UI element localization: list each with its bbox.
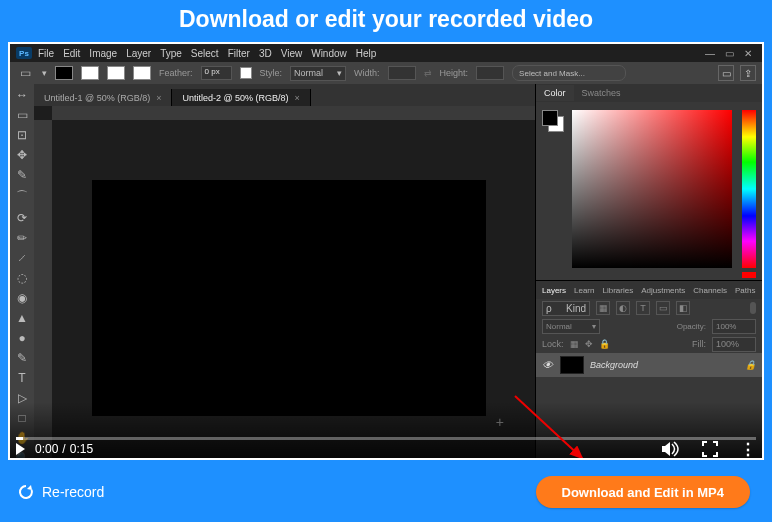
page-title: Download or edit your recorded video	[0, 0, 772, 33]
recorder-stage: Ps FileEditImageLayerTypeSelectFilter3DV…	[8, 42, 764, 460]
fill-label: Fill:	[692, 339, 706, 349]
tool-5[interactable]: ⌒	[13, 188, 31, 205]
menu-3d[interactable]: 3D	[259, 48, 272, 59]
share-icon[interactable]: ⇪	[740, 65, 756, 81]
lock-position-icon[interactable]: ✥	[585, 339, 593, 349]
menu-type[interactable]: Type	[160, 48, 182, 59]
canvas[interactable]: +	[92, 180, 486, 416]
fg-bg-swatch-icon[interactable]	[542, 110, 564, 132]
feather-label: Feather:	[159, 68, 193, 78]
volume-icon[interactable]	[662, 441, 680, 457]
width-label: Width:	[354, 68, 380, 78]
panel-tab-libraries[interactable]: Libraries	[602, 286, 633, 295]
tool-7[interactable]: ✏	[13, 231, 31, 245]
tool-6[interactable]: ⟳	[13, 211, 31, 225]
panel-tab-color[interactable]: Color	[536, 85, 574, 101]
lock-all-icon[interactable]: 🔒	[599, 339, 610, 349]
close-tab-icon[interactable]: ×	[156, 93, 161, 103]
ruler-horizontal	[52, 106, 536, 120]
color-panel	[536, 102, 762, 281]
tool-3[interactable]: ✥	[13, 148, 31, 162]
play-button[interactable]	[16, 443, 25, 455]
more-icon[interactable]: ⋮	[740, 440, 756, 459]
tool-10[interactable]: ◉	[13, 291, 31, 305]
layer-name: Background	[590, 360, 638, 370]
time-duration: 0:15	[70, 442, 93, 456]
restore-button[interactable]: ▭	[725, 48, 734, 59]
tool-9[interactable]: ◌	[13, 271, 31, 285]
document-tab[interactable]: Untitled-2 @ 50% (RGB/8)×	[172, 89, 310, 107]
tool-11[interactable]: ▲	[13, 311, 31, 325]
hue-slider[interactable]	[742, 110, 756, 268]
layers-panel: LayersLearnLibrariesAdjustmentsChannelsP…	[536, 281, 762, 377]
lock-pixels-icon[interactable]: ▦	[570, 339, 579, 349]
menu-view[interactable]: View	[281, 48, 303, 59]
panel-tab-layers[interactable]: Layers	[542, 286, 566, 295]
width-input[interactable]	[388, 66, 416, 80]
antialias-checkbox[interactable]	[240, 67, 252, 79]
tool-4[interactable]: ✎	[13, 168, 31, 182]
refresh-icon	[18, 484, 34, 500]
opacity-label: Opacity:	[677, 322, 706, 331]
search-docs-icon[interactable]: ▭	[718, 65, 734, 81]
panel-tab-channels[interactable]: Channels	[693, 286, 727, 295]
fill-input[interactable]: 100%	[712, 337, 756, 352]
filter-shape-icon[interactable]: ▭	[656, 301, 670, 315]
height-input[interactable]	[476, 66, 504, 80]
filter-smart-icon[interactable]: ◧	[676, 301, 690, 315]
tool-14[interactable]: T	[13, 371, 31, 385]
int-sel-icon[interactable]	[133, 66, 151, 80]
close-tab-icon[interactable]: ×	[295, 93, 300, 103]
menu-help[interactable]: Help	[356, 48, 377, 59]
photoshop-logo-icon: Ps	[16, 47, 32, 59]
tool-12[interactable]: ●	[13, 331, 31, 345]
time-current: 0:00	[35, 442, 58, 456]
tool-1[interactable]: ▭	[13, 108, 31, 122]
rerecord-button[interactable]: Re-record	[18, 484, 104, 500]
filter-type-icon[interactable]: T	[636, 301, 650, 315]
panel-tab-learn[interactable]: Learn	[574, 286, 594, 295]
tool-2[interactable]: ⊡	[13, 128, 31, 142]
style-dropdown[interactable]: Normal▾	[290, 66, 346, 81]
filter-toggle[interactable]	[750, 302, 756, 314]
panel-tab-adjustments[interactable]: Adjustments	[641, 286, 685, 295]
menu-filter[interactable]: Filter	[228, 48, 250, 59]
blend-mode-dropdown[interactable]: Normal▾	[542, 319, 600, 334]
options-bar: ▭ ▾ Feather: 0 px Style: Normal▾ Width: …	[10, 62, 762, 85]
video-controls: 0:00 / 0:15 ⋮	[10, 402, 762, 458]
download-edit-button[interactable]: Download and Edit in MP4	[536, 476, 751, 508]
fullscreen-icon[interactable]	[702, 441, 718, 457]
current-color-swatch	[742, 272, 756, 278]
layer-row[interactable]: 👁 Background 🔒	[536, 353, 762, 377]
panel-tab-paths[interactable]: Paths	[735, 286, 755, 295]
menu-edit[interactable]: Edit	[63, 48, 80, 59]
photoshop-ui: Ps FileEditImageLayerTypeSelectFilter3DV…	[10, 44, 762, 458]
add-sel-icon[interactable]	[81, 66, 99, 80]
sub-sel-icon[interactable]	[107, 66, 125, 80]
opacity-input[interactable]: 100%	[712, 319, 756, 334]
minimize-button[interactable]: —	[705, 48, 715, 59]
panel-tab-swatches[interactable]: Swatches	[574, 85, 629, 101]
feather-input[interactable]: 0 px	[201, 66, 232, 80]
height-label: Height:	[440, 68, 469, 78]
color-picker[interactable]	[572, 110, 732, 268]
tool-13[interactable]: ✎	[13, 351, 31, 365]
menu-window[interactable]: Window	[311, 48, 347, 59]
visibility-eye-icon[interactable]: 👁	[542, 359, 554, 371]
menu-select[interactable]: Select	[191, 48, 219, 59]
close-button[interactable]: ✕	[744, 48, 752, 59]
filter-pixel-icon[interactable]: ▦	[596, 301, 610, 315]
layer-filter-dropdown[interactable]: ρKind	[542, 301, 590, 316]
new-sel-icon[interactable]	[55, 66, 73, 80]
layer-thumb-icon	[560, 356, 584, 374]
menu-image[interactable]: Image	[89, 48, 117, 59]
menu-layer[interactable]: Layer	[126, 48, 151, 59]
document-tab[interactable]: Untitled-1 @ 50% (RGB/8)×	[34, 89, 172, 107]
tool-0[interactable]: ↔	[13, 88, 31, 102]
filter-adjust-icon[interactable]: ◐	[616, 301, 630, 315]
tool-8[interactable]: ⟋	[13, 251, 31, 265]
titlebar: Ps FileEditImageLayerTypeSelectFilter3DV…	[10, 44, 762, 62]
lock-icon: 🔒	[745, 360, 756, 370]
menu-file[interactable]: File	[38, 48, 54, 59]
select-and-mask-button[interactable]: Select and Mask...	[512, 65, 626, 81]
